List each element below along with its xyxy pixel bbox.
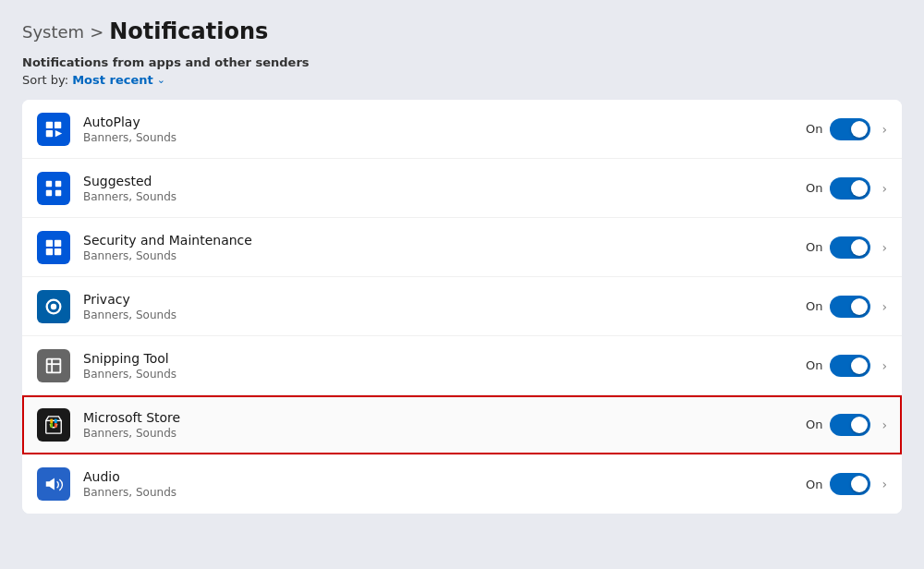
app-name-msstore: Microsoft Store [83,410,795,425]
item-right-suggested: On › [806,177,887,200]
toggle-knob-snipping [851,357,868,374]
breadcrumb-parent[interactable]: System [22,22,84,42]
app-icon-autoplay [37,113,70,146]
status-label-snipping: On [806,358,822,372]
svg-rect-19 [55,418,57,423]
item-right-autoplay: On › [806,118,887,140]
app-sub-autoplay: Banners, Sounds [83,131,795,144]
breadcrumb-separator: > [90,22,103,42]
list-item-autoplay[interactable]: AutoPlay Banners, Sounds On › [22,100,902,159]
svg-rect-2 [46,129,53,136]
list-item-msstore[interactable]: Microsoft Store Banners, Sounds On › [22,395,902,454]
svg-rect-14 [47,358,61,372]
list-item-privacy[interactable]: Privacy Banners, Sounds On › [22,277,902,336]
status-label-suggested: On [806,181,822,195]
app-info-audio: Audio Banners, Sounds [83,469,795,499]
item-right-audio: On › [806,473,887,495]
svg-rect-5 [55,180,61,186]
svg-rect-18 [50,418,53,423]
status-label-security: On [806,240,822,254]
svg-rect-21 [55,423,57,428]
app-icon-security [37,231,70,264]
toggle-knob-security [851,239,868,256]
app-icon-msstore [37,408,70,442]
status-label-privacy: On [806,299,822,313]
sort-row: Sort by: Most recent ⌄ [22,73,902,87]
svg-rect-7 [55,189,61,195]
app-info-security: Security and Maintenance Banners, Sounds [83,233,795,262]
app-info-privacy: Privacy Banners, Sounds [83,292,795,321]
svg-rect-8 [46,239,53,246]
status-label-autoplay: On [806,122,822,136]
svg-rect-10 [46,248,53,254]
chevron-right-icon-audio: › [881,477,887,491]
svg-point-13 [51,303,56,309]
sort-label: Sort by: [22,73,68,87]
chevron-right-icon-autoplay: › [881,122,887,137]
svg-rect-4 [46,180,52,186]
app-name-audio: Audio [83,469,795,484]
svg-rect-0 [46,121,53,127]
app-icon-audio [37,467,70,501]
app-sub-msstore: Banners, Sounds [83,427,795,440]
toggle-security[interactable] [830,236,870,259]
toggle-knob-privacy [851,298,868,315]
app-name-security: Security and Maintenance [83,233,795,248]
app-name-autoplay: AutoPlay [83,115,795,129]
status-label-audio: On [806,478,822,491]
app-info-autoplay: AutoPlay Banners, Sounds [83,115,795,144]
app-sub-suggested: Banners, Sounds [83,190,795,203]
svg-marker-22 [46,478,55,490]
app-list: AutoPlay Banners, Sounds On › Suggested … [22,100,902,514]
list-item-security[interactable]: Security and Maintenance Banners, Sounds… [22,218,902,277]
list-item-suggested[interactable]: Suggested Banners, Sounds On › [22,159,902,218]
status-label-msstore: On [806,418,822,431]
app-info-snipping: Snipping Tool Banners, Sounds [83,351,795,381]
item-right-msstore: On › [806,414,887,436]
sort-value[interactable]: Most recent [72,73,153,87]
svg-rect-9 [55,239,61,246]
app-name-privacy: Privacy [83,292,795,307]
app-icon-suggested [37,172,70,205]
toggle-privacy[interactable] [830,296,870,318]
toggle-snipping[interactable] [830,355,870,377]
chevron-right-icon-security: › [881,240,887,255]
chevron-right-icon-privacy: › [881,299,887,314]
app-info-suggested: Suggested Banners, Sounds [83,174,795,203]
svg-rect-11 [55,248,61,254]
toggle-suggested[interactable] [830,177,870,200]
svg-rect-6 [46,189,52,195]
app-sub-privacy: Banners, Sounds [83,309,795,321]
svg-rect-20 [50,423,53,428]
app-sub-audio: Banners, Sounds [83,486,795,499]
app-icon-privacy [37,290,70,323]
app-name-snipping: Snipping Tool [83,351,795,366]
toggle-msstore[interactable] [830,414,870,436]
toggle-knob-msstore [851,417,868,433]
chevron-down-icon[interactable]: ⌄ [157,74,165,86]
app-name-suggested: Suggested [83,174,795,188]
item-right-privacy: On › [806,296,887,318]
item-right-security: On › [806,236,887,259]
chevron-right-icon-msstore: › [881,418,887,432]
list-item-audio[interactable]: Audio Banners, Sounds On › [22,454,902,514]
toggle-knob-autoplay [851,121,868,138]
app-icon-snipping [37,349,70,382]
list-item-snipping[interactable]: Snipping Tool Banners, Sounds On › [22,336,902,395]
toggle-autoplay[interactable] [830,118,870,140]
svg-marker-3 [55,129,62,136]
section-label: Notifications from apps and other sender… [22,55,902,69]
chevron-right-icon-snipping: › [881,358,887,373]
page-title: Notifications [109,18,268,44]
svg-rect-1 [55,121,61,127]
item-right-snipping: On › [806,355,887,377]
chevron-right-icon-suggested: › [881,181,887,196]
toggle-audio[interactable] [830,473,870,495]
app-info-msstore: Microsoft Store Banners, Sounds [83,410,795,440]
app-sub-security: Banners, Sounds [83,249,795,262]
toggle-knob-suggested [851,180,868,197]
app-sub-snipping: Banners, Sounds [83,368,795,381]
toggle-knob-audio [851,476,868,492]
breadcrumb: System > Notifications [22,18,902,44]
